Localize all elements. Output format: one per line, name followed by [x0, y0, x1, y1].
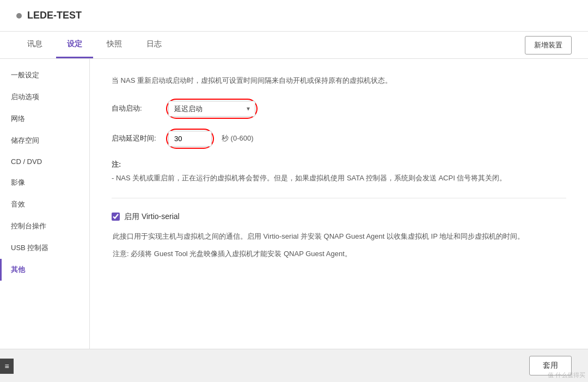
divider: [112, 198, 566, 198]
tab-snapshot[interactable]: 快照: [96, 32, 133, 58]
main-content: 一般设定 启动选项 网络 储存空间 CD / DVD 影像 音效 控制台操作 U…: [0, 59, 588, 349]
sidebar-item-audio[interactable]: 音效: [0, 193, 89, 215]
virtio-serial-label[interactable]: 启用 Virtio-serial: [124, 212, 180, 222]
delay-input[interactable]: [168, 131, 212, 147]
virtio-description-2: 注意: 必须将 Guest Tool 光盘映像插入虚拟机才能安装 QNAP Gu…: [112, 248, 566, 260]
sidebar-item-boot[interactable]: 启动选项: [0, 86, 89, 108]
footer: 套用: [0, 349, 588, 382]
auto-start-select[interactable]: 延迟启动 自动启动 关闭: [168, 101, 255, 117]
delay-unit: 秒 (0-600): [222, 134, 254, 143]
auto-start-label: 自动启动:: [112, 104, 166, 113]
sidebar-item-console[interactable]: 控制台操作: [0, 215, 89, 237]
virtio-checkbox-row: 启用 Virtio-serial: [112, 212, 566, 222]
header: LEDE-TEST: [0, 0, 588, 32]
auto-start-row: 自动启动: 延迟启动 自动启动 关闭 ▼: [112, 99, 566, 119]
tab-settings[interactable]: 设定: [56, 32, 93, 58]
notes-label: 注:: [112, 159, 566, 171]
virtio-description-1: 此接口用于实现主机与虚拟机之间的通信。启用 Virtio-serial 并安装 …: [112, 231, 566, 242]
delay-row: 启动延迟时间: 秒 (0-600): [112, 129, 566, 149]
section-description: 当 NAS 重新启动或启动时，虚拟机可设置时间间隔来自动开机或保持原有的虚拟机状…: [112, 75, 566, 87]
virtio-serial-checkbox[interactable]: [112, 213, 120, 221]
page-title: LEDE-TEST: [27, 10, 82, 21]
sidebar-item-network[interactable]: 网络: [0, 108, 89, 130]
tab-info[interactable]: 讯息: [16, 32, 53, 58]
auto-start-select-wrapper: 延迟启动 自动启动 关闭 ▼: [166, 99, 258, 119]
sidebar-item-usb[interactable]: USB 控制器: [0, 237, 89, 259]
note1: - NAS 关机或重启前，正在运行的虚拟机将会暂停。但是，如果虚拟机使用 SAT…: [112, 172, 566, 184]
add-device-button[interactable]: 新增装置: [525, 36, 572, 54]
delay-input-wrapper: [166, 129, 214, 149]
content-panel: 当 NAS 重新启动或启动时，虚拟机可设置时间间隔来自动开机或保持原有的虚拟机状…: [90, 59, 588, 349]
tab-log[interactable]: 日志: [136, 32, 173, 58]
sidebar-item-other[interactable]: 其他: [0, 259, 89, 281]
header-dot: [16, 13, 22, 19]
sidebar-item-image[interactable]: 影像: [0, 172, 89, 193]
sidebar-item-general[interactable]: 一般设定: [0, 64, 89, 86]
delay-input-group: 秒 (0-600): [166, 129, 254, 149]
watermark: 值 什么值得买: [548, 371, 585, 379]
notes-section: 注: - NAS 关机或重启前，正在运行的虚拟机将会暂停。但是，如果虚拟机使用 …: [112, 159, 566, 184]
sidebar: 一般设定 启动选项 网络 储存空间 CD / DVD 影像 音效 控制台操作 U…: [0, 59, 90, 349]
menu-icon[interactable]: ≡: [0, 359, 14, 374]
nav-actions: 新增装置: [525, 36, 572, 54]
delay-label: 启动延迟时间:: [112, 134, 166, 143]
sidebar-item-storage[interactable]: 储存空间: [0, 130, 89, 151]
sidebar-item-cd-dvd[interactable]: CD / DVD: [0, 151, 89, 172]
nav-tabs: 讯息 设定 快照 日志 新增装置: [0, 32, 588, 59]
